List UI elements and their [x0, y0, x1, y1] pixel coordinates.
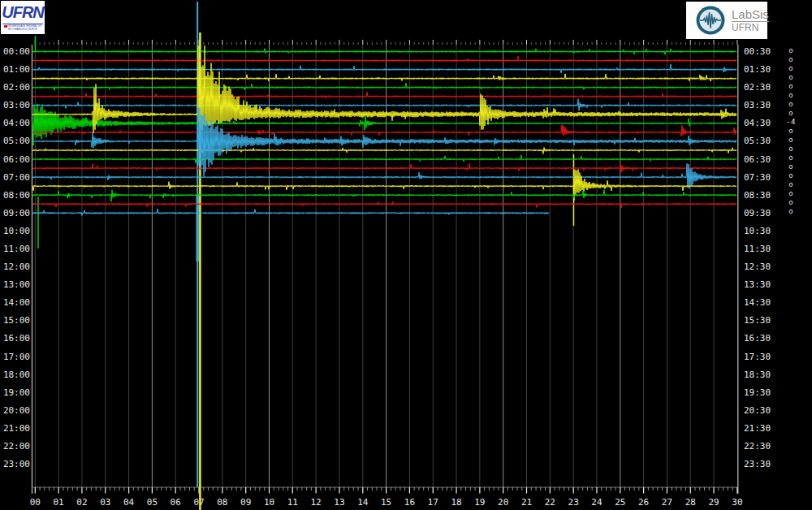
svg-text:05:00: 05:00 [3, 136, 30, 146]
svg-text:14:30: 14:30 [744, 297, 771, 308]
svg-text:13:00: 13:00 [3, 279, 30, 290]
svg-text:-4: -4 [787, 118, 796, 126]
svg-text:18:30: 18:30 [744, 370, 771, 380]
svg-text:14:00: 14:00 [3, 297, 30, 308]
svg-text:o: o [788, 64, 793, 72]
svg-text:09:30: 09:30 [744, 208, 771, 218]
svg-text:o: o [788, 55, 793, 63]
svg-text:07: 07 [193, 497, 204, 508]
svg-text:17:00: 17:00 [3, 352, 30, 362]
svg-text:o: o [788, 198, 793, 206]
svg-text:21: 21 [521, 497, 532, 508]
svg-text:o: o [788, 127, 793, 135]
svg-text:06: 06 [171, 497, 181, 508]
svg-text:07:00: 07:00 [3, 172, 30, 183]
svg-text:01:30: 01:30 [744, 64, 771, 75]
svg-text:o: o [788, 171, 793, 179]
svg-text:22:30: 22:30 [744, 441, 771, 452]
svg-text:o: o [788, 162, 793, 171]
svg-text:06:30: 06:30 [744, 154, 771, 165]
svg-text:16: 16 [404, 497, 415, 508]
svg-text:23:00: 23:00 [3, 459, 30, 469]
svg-text:22: 22 [545, 497, 555, 508]
svg-text:o: o [788, 73, 793, 81]
svg-text:15: 15 [381, 497, 391, 508]
svg-text:16:00: 16:00 [3, 333, 30, 344]
helicorder-plot: 0001020304050607080910111213141516171819… [0, 0, 812, 510]
svg-text:03:30: 03:30 [744, 100, 771, 110]
svg-text:o: o [788, 136, 793, 144]
svg-text:06:00: 06:00 [3, 154, 30, 165]
svg-text:18:00: 18:00 [3, 370, 30, 380]
svg-text:00: 00 [30, 497, 41, 508]
svg-text:03:00: 03:00 [3, 100, 30, 110]
svg-text:20: 20 [498, 497, 508, 508]
svg-text:15:00: 15:00 [3, 315, 30, 326]
svg-text:00:00: 00:00 [3, 46, 30, 57]
svg-text:03: 03 [100, 497, 110, 508]
svg-text:30: 30 [732, 497, 742, 508]
svg-text:20:00: 20:00 [3, 405, 30, 416]
svg-text:08:00: 08:00 [3, 190, 30, 201]
svg-text:o: o [788, 91, 793, 99]
svg-text:19: 19 [474, 497, 485, 508]
svg-text:20:30: 20:30 [744, 405, 771, 416]
svg-text:12: 12 [311, 497, 322, 508]
svg-text:08: 08 [217, 497, 227, 508]
svg-text:04:00: 04:00 [3, 118, 30, 128]
svg-text:27: 27 [662, 497, 672, 508]
svg-text:02:30: 02:30 [744, 82, 771, 93]
svg-text:10: 10 [264, 497, 274, 508]
svg-text:04:30: 04:30 [744, 118, 771, 128]
svg-text:18: 18 [451, 497, 461, 508]
svg-text:11:30: 11:30 [744, 244, 771, 254]
svg-text:05: 05 [147, 497, 158, 508]
svg-text:13: 13 [334, 497, 344, 508]
svg-text:25: 25 [615, 497, 625, 508]
svg-text:09: 09 [240, 497, 251, 508]
svg-text:04: 04 [123, 497, 135, 508]
svg-text:11:00: 11:00 [3, 244, 30, 254]
svg-text:01: 01 [53, 497, 63, 508]
svg-text:05:30: 05:30 [744, 136, 771, 146]
svg-text:12:00: 12:00 [3, 261, 30, 272]
svg-text:15:30: 15:30 [744, 315, 771, 326]
svg-text:o: o [788, 207, 793, 215]
svg-text:o: o [788, 180, 793, 188]
svg-text:10:30: 10:30 [744, 226, 771, 236]
svg-text:22:00: 22:00 [3, 441, 30, 452]
svg-text:21:30: 21:30 [744, 423, 771, 434]
svg-text:o: o [788, 82, 793, 90]
svg-text:o: o [788, 46, 793, 54]
svg-text:01:00: 01:00 [3, 64, 30, 75]
helicorder-page: UFRN UNIVERSIDADE FEDERAL DO RIO GRANDE … [0, 0, 812, 510]
svg-text:16:30: 16:30 [744, 333, 771, 344]
svg-text:02: 02 [76, 497, 87, 508]
svg-text:o: o [788, 153, 793, 162]
svg-text:12:30: 12:30 [744, 261, 771, 272]
svg-text:07:30: 07:30 [744, 172, 771, 183]
svg-text:10:00: 10:00 [3, 226, 30, 236]
svg-text:11: 11 [287, 497, 298, 508]
svg-text:24: 24 [591, 497, 603, 508]
svg-text:19:30: 19:30 [744, 387, 771, 398]
svg-text:13:30: 13:30 [744, 279, 771, 290]
svg-text:00:30: 00:30 [744, 46, 771, 57]
svg-text:17:30: 17:30 [744, 352, 771, 362]
svg-text:14: 14 [357, 497, 369, 508]
svg-text:23:30: 23:30 [744, 459, 771, 469]
svg-text:17: 17 [428, 497, 438, 508]
svg-text:o: o [788, 100, 793, 108]
svg-text:26: 26 [638, 497, 649, 508]
svg-text:23: 23 [568, 497, 579, 508]
svg-text:09:00: 09:00 [3, 208, 30, 218]
svg-text:02:00: 02:00 [3, 82, 30, 93]
svg-text:21:00: 21:00 [3, 423, 30, 434]
svg-text:19:00: 19:00 [3, 387, 30, 398]
svg-text:28: 28 [685, 497, 696, 508]
svg-text:08:30: 08:30 [744, 190, 771, 201]
svg-text:o: o [788, 189, 793, 197]
svg-text:29: 29 [708, 497, 719, 508]
svg-text:o: o [788, 145, 793, 153]
svg-text:o: o [788, 109, 793, 117]
